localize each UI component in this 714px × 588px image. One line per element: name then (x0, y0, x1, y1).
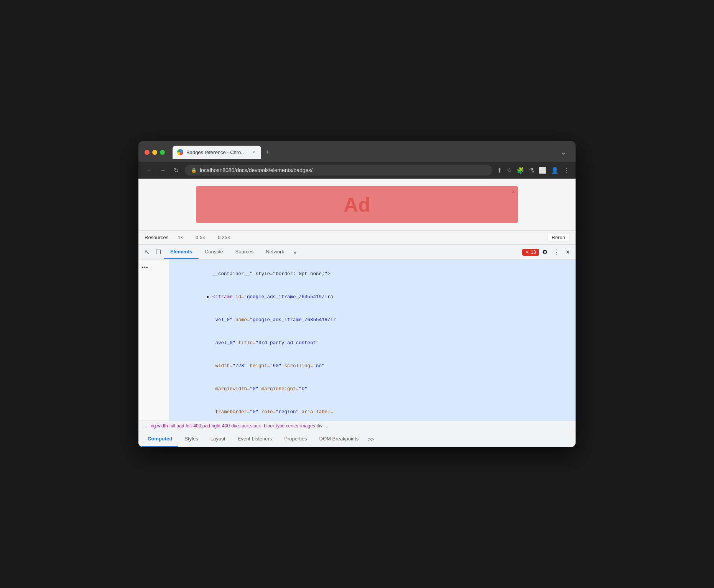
dom-viewer[interactable]: __container__" style="border: 0pt none;"… (169, 260, 576, 420)
title-bar: Badges reference - Chrome De × + ⌄ (138, 141, 576, 162)
tab-title: Badges reference - Chrome De (186, 149, 248, 155)
dom-line-1: __container__" style="border: 0pt none;"… (207, 271, 331, 277)
browser-window: Badges reference - Chrome De × + ⌄ ← → ↻… (138, 141, 576, 447)
tab-layout[interactable]: Layout (204, 431, 232, 447)
error-count: 13 (531, 250, 536, 255)
active-tab[interactable]: Badges reference - Chrome De × (173, 146, 261, 159)
breadcrumb-item-3[interactable]: div (317, 423, 322, 429)
error-icon: ✕ (525, 250, 529, 255)
more-options-icon[interactable]: ⋮ (551, 246, 563, 258)
flask-icon[interactable]: ⚗ (529, 167, 534, 174)
rerun-button[interactable]: Rerun (548, 233, 569, 242)
tab-close-button[interactable]: × (251, 149, 257, 156)
browser-content: Ad × Resources 1× 0.5× 0.25× Rerun ↖ ☐ E… (138, 179, 576, 447)
share-icon[interactable]: ⬆ (497, 167, 502, 174)
sidebar-expand-button[interactable]: ••• (141, 264, 148, 271)
tab-elements[interactable]: Elements (164, 245, 199, 259)
tab-sources[interactable]: Sources (229, 245, 260, 259)
ad-close-button[interactable]: × (512, 189, 515, 195)
devtools-bottom-tabs: Computed Styles Layout Event Listeners P… (138, 431, 576, 447)
tab-styles[interactable]: Styles (178, 431, 204, 447)
forward-button[interactable]: → (158, 165, 168, 175)
breadcrumb-start-dots: … (143, 423, 148, 429)
window-split-icon[interactable]: ⬜ (539, 167, 546, 174)
chrome-menu-icon[interactable]: ⋮ (563, 167, 569, 174)
tab-properties[interactable]: Properties (278, 431, 313, 447)
devtools-close-icon[interactable]: × (563, 246, 573, 258)
profile-icon[interactable]: 👤 (551, 167, 559, 174)
back-button[interactable]: ← (145, 165, 154, 175)
new-tab-button[interactable]: + (262, 146, 274, 159)
tab-event-listeners[interactable]: Event Listeners (232, 431, 278, 447)
lock-icon: 🔒 (191, 168, 197, 173)
tab-bar: Badges reference - Chrome De × + (173, 146, 553, 159)
devtools-tabs-bar: ↖ ☐ Elements Console Sources Network » ✕… (138, 245, 576, 260)
address-bar: ← → ↻ 🔒 localhost:8080/docs/devtools/ele… (138, 162, 576, 179)
reload-button[interactable]: ↻ (172, 165, 180, 176)
traffic-lights (145, 150, 165, 155)
browser-toolbar-icons: ⬆ ☆ 🧩 ⚗ ⬜ 👤 ⋮ (497, 167, 569, 174)
devtools-left-sidebar: ••• (138, 260, 169, 420)
tab-menu-button[interactable]: ⌄ (558, 146, 569, 158)
zoom-05x-button[interactable]: 0.5× (192, 234, 209, 241)
resources-label: Resources (145, 235, 168, 240)
breadcrumb: … ng.width-full.pad-left-400.pad-right-4… (138, 420, 576, 431)
dom-triangle[interactable]: ▶ (207, 294, 212, 300)
zoom-025x-button[interactable]: 0.25× (215, 234, 234, 241)
breadcrumb-item-1[interactable]: ng.width-full.pad-left-400.pad-right-400 (151, 423, 230, 429)
maximize-traffic-light[interactable] (160, 150, 165, 155)
error-badge[interactable]: ✕ 13 (522, 249, 539, 256)
devtools-body: ••• __container__" style="border: 0pt no… (138, 260, 576, 420)
tab-computed[interactable]: Computed (141, 431, 178, 447)
more-tabs-button[interactable]: » (290, 246, 299, 258)
devtools-resources-bar: Resources 1× 0.5× 0.25× Rerun (138, 230, 576, 245)
breadcrumb-item-2[interactable]: div.stack.stack--block.type.center-image… (231, 423, 315, 429)
devtools-panel: ↖ ☐ Elements Console Sources Network » ✕… (138, 245, 576, 447)
tab-dom-breakpoints[interactable]: DOM Breakpoints (313, 431, 365, 447)
settings-icon[interactable]: ⚙ (539, 246, 551, 258)
inspector-icon[interactable]: ↖ (141, 245, 153, 259)
ad-label: Ad (344, 193, 370, 216)
zoom-1x-button[interactable]: 1× (174, 234, 186, 241)
page-preview: Ad × (138, 179, 576, 230)
minimize-traffic-light[interactable] (152, 150, 157, 155)
chrome-icon (177, 149, 183, 155)
address-input[interactable]: 🔒 localhost:8080/docs/devtools/elements/… (185, 165, 492, 176)
ad-banner: Ad × (196, 186, 518, 223)
close-traffic-light[interactable] (145, 150, 150, 155)
bookmark-icon[interactable]: ☆ (507, 167, 512, 174)
extensions-icon[interactable]: 🧩 (517, 167, 524, 174)
breadcrumb-end-dots: … (324, 423, 329, 429)
url-text: localhost:8080/docs/devtools/elements/ba… (200, 167, 313, 173)
tab-network[interactable]: Network (260, 245, 290, 259)
device-mode-icon[interactable]: ☐ (153, 245, 164, 259)
more-bottom-tabs-button[interactable]: >> (365, 432, 377, 446)
tab-console[interactable]: Console (199, 245, 229, 259)
